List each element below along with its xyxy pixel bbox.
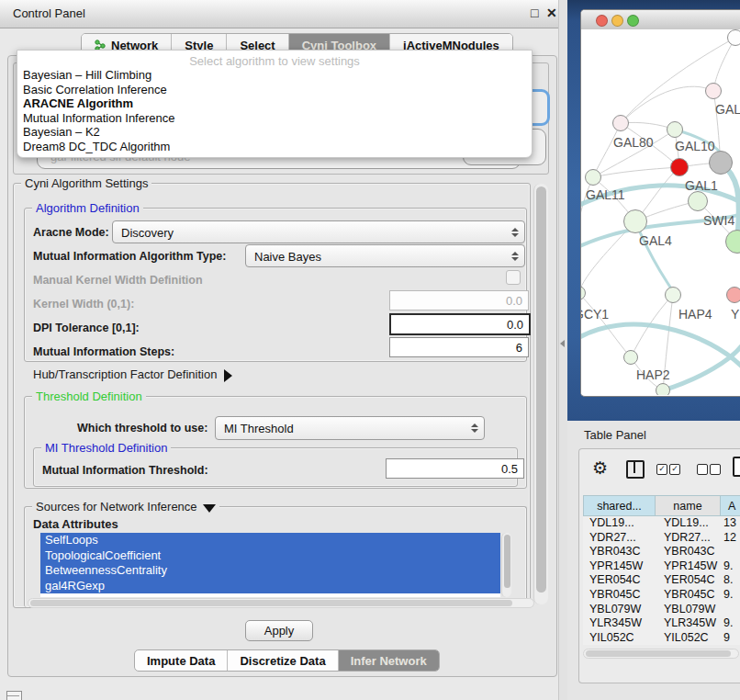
- hub-expander-label: Hub/Transcription Factor Definition: [33, 367, 217, 381]
- tab-impute-data[interactable]: Impute Data: [135, 650, 228, 671]
- dropdown-item[interactable]: Bayesian – Hill Climbing: [21, 68, 528, 83]
- checked-column-icon[interactable]: ✓: [669, 464, 680, 475]
- network-node[interactable]: [612, 115, 629, 131]
- node-table: shared... name A YDL19...YDL19...13YDR27…: [583, 495, 740, 645]
- minimize-window-icon[interactable]: [611, 15, 623, 27]
- mi-threshold-field[interactable]: 0.5: [386, 458, 524, 479]
- algorithm-dropdown-list: Bayesian – Hill ClimbingBasic Correlatio…: [21, 68, 528, 154]
- settings-scrollbar-thumb[interactable]: [536, 186, 546, 593]
- network-canvas[interactable]: GALGAL80GAL10GAL1GAL11SWI4GAL4GCY1YHAP4H…: [581, 29, 740, 395]
- algorithm-dropdown-popup: Select algorithm to view settings Bayesi…: [17, 50, 533, 158]
- sources-hscrollbar[interactable]: [28, 598, 534, 608]
- collapse-left-icon[interactable]: [560, 340, 565, 347]
- tab-discretize-data[interactable]: Discretize Data: [228, 650, 338, 671]
- which-threshold-combobox[interactable]: MI Threshold: [215, 416, 485, 440]
- table-row[interactable]: YBL079WYBL079W: [583, 603, 740, 617]
- node-label: GAL10: [675, 139, 715, 153]
- list-item[interactable]: SelfLoops: [40, 533, 500, 548]
- table-cell: 8.: [721, 573, 740, 588]
- column-header-shared-name[interactable]: shared...: [583, 495, 656, 516]
- table-row[interactable]: YDL19...YDL19...13: [583, 516, 740, 531]
- node-label: GAL11: [586, 187, 625, 202]
- close-panel-icon[interactable]: ✕: [546, 6, 557, 20]
- table-row[interactable]: YER054CYER054C8.: [583, 573, 740, 588]
- unchecked-column-icon[interactable]: [697, 464, 708, 475]
- tab-label: Impute Data: [147, 654, 215, 668]
- network-window[interactable]: GALGAL80GAL10GAL1GAL11SWI4GAL4GCY1YHAP4H…: [580, 9, 740, 397]
- mi-steps-field[interactable]: 6: [389, 337, 529, 357]
- stepper-icon: [511, 228, 519, 237]
- table-hscrollbar[interactable]: [583, 649, 739, 659]
- network-node[interactable]: [709, 151, 733, 175]
- sources-hscrollbar-thumb[interactable]: [30, 600, 512, 606]
- document-icon[interactable]: [733, 457, 740, 477]
- list-item[interactable]: gal4RGexp: [40, 579, 500, 594]
- kernel-width-label: Kernel Width (0,1):: [33, 298, 134, 310]
- unchecked-column-icon[interactable]: [710, 464, 721, 475]
- table-row[interactable]: YDR27...YDR27...12: [583, 531, 740, 546]
- aracne-mode-combobox[interactable]: Discovery: [112, 220, 525, 243]
- table-cell: YER054C: [583, 573, 656, 588]
- network-node[interactable]: [585, 169, 601, 186]
- node-label: GAL4: [639, 233, 672, 248]
- list-item[interactable]: TopologicalCoefficient: [40, 548, 500, 564]
- list-scrollbar-thumb[interactable]: [504, 535, 510, 588]
- dropdown-item[interactable]: Basic Correlation Inference: [21, 83, 528, 97]
- table-hscrollbar-thumb[interactable]: [586, 650, 731, 657]
- float-panel-icon[interactable]: □: [531, 6, 538, 20]
- network-node[interactable]: [688, 191, 708, 211]
- sources-group-title[interactable]: Sources for Network Inference: [32, 500, 219, 514]
- table-cell: YBR043C: [583, 545, 656, 559]
- column-header-partial[interactable]: A: [721, 495, 740, 516]
- kernel-width-field[interactable]: 0.0: [389, 290, 529, 310]
- table-row[interactable]: YIL052CYIL052C9: [583, 631, 740, 645]
- application-root: Control Panel □ ✕ Network Style Select C…: [0, 0, 740, 700]
- table-cell: 13: [721, 516, 740, 531]
- mi-type-combobox[interactable]: Naive Bayes: [245, 244, 525, 267]
- manual-kernel-checkbox[interactable]: [506, 270, 521, 285]
- network-node[interactable]: [665, 287, 681, 303]
- apply-button[interactable]: Apply: [245, 620, 313, 641]
- data-attributes-list[interactable]: SelfLoopsTopologicalCoefficientBetweenne…: [40, 533, 500, 597]
- tab-label: Infer Network: [351, 654, 427, 668]
- dpi-tolerance-label: DPI Tolerance [0,1]:: [33, 322, 140, 334]
- zoom-window-icon[interactable]: [627, 15, 639, 27]
- table-cell: YBR045C: [583, 588, 656, 603]
- dpi-tolerance-field[interactable]: 0.0: [389, 313, 531, 335]
- collapse-down-icon: [203, 504, 216, 513]
- settings-scrollbar[interactable]: [533, 184, 548, 604]
- dropdown-placeholder: Select algorithm to view settings: [17, 54, 532, 68]
- table-row[interactable]: YBR045CYBR045C9.: [583, 588, 740, 603]
- table-panel-region: Table Panel ⚙ ✓ ✓ shared... name A YDL19…: [567, 421, 740, 700]
- network-node[interactable]: [623, 350, 638, 365]
- mi-type-label: Mutual Information Algorithm Type:: [33, 250, 226, 263]
- node-label: Y: [731, 307, 739, 322]
- table-row[interactable]: YLR345WYLR345W9.: [583, 616, 740, 631]
- network-window-titlebar[interactable]: [581, 10, 740, 30]
- table-row[interactable]: YBR043CYBR043C: [583, 545, 740, 559]
- table-row[interactable]: YPR145WYPR145W9.: [583, 559, 740, 574]
- dropdown-item[interactable]: Bayesian – K2: [21, 125, 528, 140]
- network-node[interactable]: [670, 158, 689, 176]
- which-threshold-label: Which threshold to use:: [77, 422, 207, 435]
- column-header-name[interactable]: name: [656, 495, 721, 516]
- network-node[interactable]: [623, 209, 647, 233]
- dropdown-item[interactable]: Dream8 DC_TDC Algorithm: [21, 140, 528, 154]
- list-item[interactable]: BetweennessCentrality: [40, 563, 500, 579]
- network-node[interactable]: [705, 83, 722, 99]
- network-node[interactable]: [667, 121, 683, 138]
- dropdown-item[interactable]: Mutual Information Inference: [21, 111, 528, 126]
- split-panel-icon[interactable]: [626, 460, 645, 479]
- hub-expander[interactable]: Hub/Transcription Factor Definition: [33, 367, 232, 382]
- network-node[interactable]: [727, 29, 740, 46]
- network-node[interactable]: [656, 383, 670, 395]
- gear-icon[interactable]: ⚙: [592, 458, 608, 479]
- mini-table-icon[interactable]: [6, 691, 22, 700]
- checked-column-icon[interactable]: ✓: [656, 464, 667, 475]
- dropdown-item[interactable]: ARACNE Algorithm: [21, 96, 528, 111]
- list-scrollbar[interactable]: [501, 533, 511, 597]
- close-window-icon[interactable]: [596, 15, 608, 27]
- tab-infer-network[interactable]: Infer Network: [339, 650, 439, 671]
- network-node[interactable]: [726, 287, 740, 303]
- table-body: YDL19...YDL19...13YDR27...YDR27...12YBR0…: [583, 516, 740, 645]
